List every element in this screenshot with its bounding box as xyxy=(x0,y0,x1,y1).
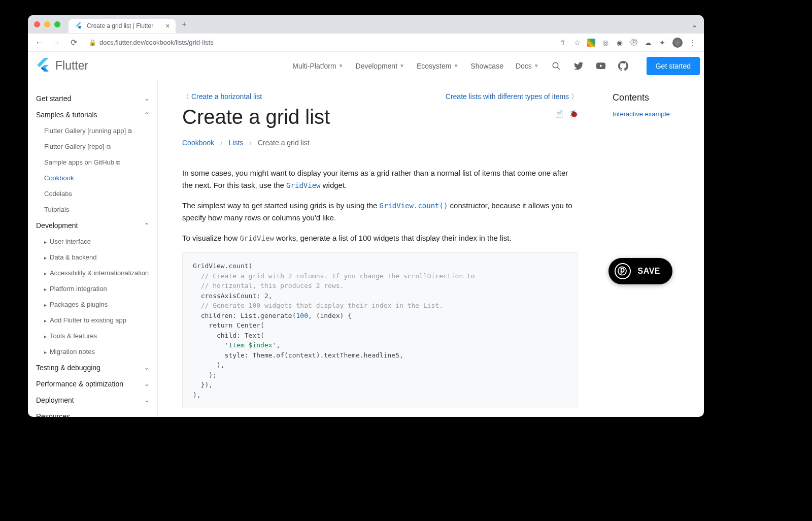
chevron-down-icon: ▼ xyxy=(399,63,404,69)
sidebar-migration-notes[interactable]: ▸Migration notes xyxy=(28,344,157,360)
sidebar-development[interactable]: Development⌃ xyxy=(28,217,157,234)
nav-ecosystem[interactable]: Ecosystem▼ xyxy=(417,62,458,70)
sidebar-tutorials[interactable]: Tutorials xyxy=(28,202,157,217)
sidebar-flutter-gallery-repo[interactable]: Flutter Gallery [repo]⧉ xyxy=(28,139,157,154)
toc-link-interactive-example[interactable]: Interactive example xyxy=(613,110,670,118)
extension-icon[interactable] xyxy=(587,39,595,47)
nav-development[interactable]: Development▼ xyxy=(356,62,404,70)
sidebar-deployment[interactable]: Deployment⌄ xyxy=(28,392,157,408)
caret-right-icon: ▸ xyxy=(44,318,47,323)
sidebar-cookbook[interactable]: Cookbook xyxy=(28,170,157,186)
lock-icon: 🔒 xyxy=(89,39,96,46)
sidebar-samples-tutorials[interactable]: Samples & tutorials⌃ xyxy=(28,107,157,123)
next-page-link[interactable]: Create lists with different types of ite… xyxy=(446,92,578,102)
minimize-window-button[interactable] xyxy=(44,21,50,27)
view-source-icon[interactable]: 📄 xyxy=(555,110,563,118)
kebab-menu-icon[interactable]: ⋮ xyxy=(689,39,697,47)
sidebar-add-flutter-existing[interactable]: ▸Add Flutter to existing app xyxy=(28,312,157,328)
maximize-window-button[interactable] xyxy=(54,21,60,27)
breadcrumb-lists[interactable]: Lists xyxy=(229,139,244,147)
extensions-puzzle-icon[interactable]: ✦ xyxy=(658,39,666,47)
main-content: 〈 Create a horizontal list Create lists … xyxy=(158,80,602,417)
brand-name: Flutter xyxy=(55,59,88,73)
bookmark-star-icon[interactable]: ☆ xyxy=(573,39,581,47)
sidebar-resources[interactable]: Resources⌄ xyxy=(28,408,157,417)
tabs-dropdown-icon[interactable]: ⌄ xyxy=(691,20,698,29)
pinterest-icon: ⓟ xyxy=(615,263,631,279)
sidebar-flutter-gallery-app[interactable]: Flutter Gallery [running app]⧉ xyxy=(28,123,157,139)
sidebar-codelabs[interactable]: Codelabs xyxy=(28,186,157,202)
chevron-down-icon: ▼ xyxy=(339,63,344,69)
caret-right-icon: ▸ xyxy=(44,286,47,292)
breadcrumb-current: Create a grid list xyxy=(258,139,310,147)
close-tab-button[interactable]: × xyxy=(165,22,170,30)
new-tab-button[interactable]: + xyxy=(182,20,186,29)
top-nav: Multi-Platform▼ Development▼ Ecosystem▼ … xyxy=(292,52,700,80)
pinterest-extension-icon[interactable]: ⓟ xyxy=(630,39,638,47)
nav-showcase[interactable]: Showcase xyxy=(470,62,503,70)
paragraph: The simplest way to get started using gr… xyxy=(182,200,578,224)
sidebar-performance[interactable]: Performance & optimization⌄ xyxy=(28,376,157,392)
sidebar-accessibility[interactable]: ▸Accessibility & internationalization xyxy=(28,265,157,281)
toc-title: Contents xyxy=(613,92,694,103)
breadcrumb-cookbook[interactable]: Cookbook xyxy=(182,139,214,147)
code-link[interactable]: GridView.count() xyxy=(380,202,448,210)
forward-button[interactable]: → xyxy=(49,36,63,50)
sidebar-platform-integration[interactable]: ▸Platform integration xyxy=(28,281,157,297)
sidebar-user-interface[interactable]: ▸User interface xyxy=(28,234,157,249)
close-window-button[interactable] xyxy=(34,21,40,27)
paragraph: In some cases, you might want to display… xyxy=(182,167,578,191)
chevron-down-icon: ▼ xyxy=(453,63,458,69)
share-icon[interactable]: ⇧ xyxy=(559,39,567,47)
pinterest-save-button[interactable]: ⓟ SAVE xyxy=(608,258,672,284)
prev-page-link[interactable]: 〈 Create a horizontal list xyxy=(182,92,262,102)
flutter-logo-icon xyxy=(36,58,50,74)
save-label: SAVE xyxy=(638,267,660,276)
browser-tab[interactable]: Create a grid list | Flutter × xyxy=(69,19,176,33)
flutter-logo[interactable]: Flutter xyxy=(36,58,88,74)
table-of-contents: Contents Interactive example xyxy=(602,80,704,417)
chevron-down-icon: ⌄ xyxy=(144,397,149,404)
extension-icon[interactable]: ☁ xyxy=(644,39,652,47)
extension-icon[interactable]: ◎ xyxy=(601,39,610,47)
extension-icon[interactable]: ◉ xyxy=(616,39,624,47)
caret-right-icon: ▸ xyxy=(44,271,47,276)
youtube-icon[interactable] xyxy=(596,61,606,71)
external-link-icon: ⧉ xyxy=(116,159,120,166)
report-bug-icon[interactable]: 🐞 xyxy=(569,110,578,118)
breadcrumb: Cookbook › Lists › Create a grid list xyxy=(182,139,578,147)
paragraph: To visualize how GridView works, generat… xyxy=(182,232,578,244)
search-icon[interactable] xyxy=(551,61,561,71)
caret-right-icon: ▸ xyxy=(44,349,47,355)
page-navigation: 〈 Create a horizontal list Create lists … xyxy=(182,92,578,102)
sidebar-tools-features[interactable]: ▸Tools & features xyxy=(28,328,157,344)
profile-avatar[interactable] xyxy=(672,38,683,48)
nav-docs[interactable]: Docs▼ xyxy=(516,62,539,70)
sidebar-sample-apps-github[interactable]: Sample apps on GitHub⧉ xyxy=(28,154,157,170)
sidebar-get-started[interactable]: Get started⌄ xyxy=(28,90,157,107)
chevron-down-icon: ⌄ xyxy=(144,364,149,371)
browser-tab-bar: Create a grid list | Flutter × + ⌄ xyxy=(28,15,704,34)
code-link[interactable]: GridView xyxy=(286,181,320,189)
back-button[interactable]: ← xyxy=(32,36,46,50)
inline-code: GridView xyxy=(240,234,274,242)
svg-line-1 xyxy=(557,67,560,70)
reload-button[interactable]: ⟳ xyxy=(66,36,81,50)
github-icon[interactable] xyxy=(618,61,628,71)
sidebar-packages-plugins[interactable]: ▸Packages & plugins xyxy=(28,297,157,312)
page-action-icons: 📄 🐞 xyxy=(555,110,578,118)
sidebar-data-backend[interactable]: ▸Data & backend xyxy=(28,249,157,265)
window-controls xyxy=(34,21,60,27)
page-content: Get started⌄ Samples & tutorials⌃ Flutte… xyxy=(28,80,704,417)
sidebar-nav: Get started⌄ Samples & tutorials⌃ Flutte… xyxy=(28,80,158,417)
nav-multi-platform[interactable]: Multi-Platform▼ xyxy=(292,62,343,70)
address-bar[interactable]: 🔒 docs.flutter.dev/cookbook/lists/grid-l… xyxy=(84,39,556,46)
url-text: docs.flutter.dev/cookbook/lists/grid-lis… xyxy=(99,39,214,46)
chevron-down-icon: ⌄ xyxy=(144,380,149,387)
sidebar-testing-debugging[interactable]: Testing & debugging⌄ xyxy=(28,360,157,376)
twitter-icon[interactable] xyxy=(573,61,584,71)
flutter-favicon xyxy=(75,22,83,30)
get-started-button[interactable]: Get started xyxy=(647,57,700,75)
page-title: Create a grid list xyxy=(182,106,578,128)
external-link-icon: ⧉ xyxy=(107,144,111,150)
